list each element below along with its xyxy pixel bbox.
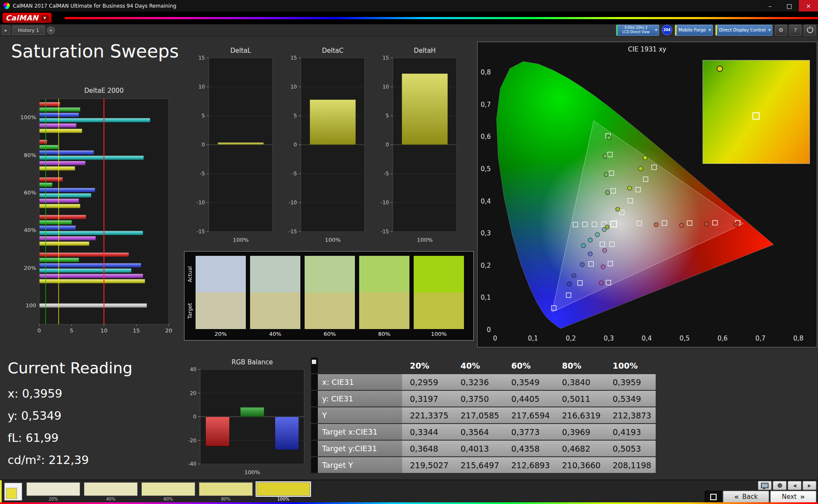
next-label: Next — [782, 493, 797, 501]
maximize-button[interactable]: □ — [780, 0, 799, 11]
minimize-button[interactable]: – — [760, 0, 780, 11]
patch-thumbnail[interactable]: 100% — [256, 482, 310, 501]
back-arrows-icon: « — [734, 493, 739, 501]
row-label: Target y:CIE31 — [318, 441, 402, 456]
tab-row: ▶ History 1 + X-Rite i1Pro 2 LCD Direct … — [0, 24, 818, 36]
svg-text:100%: 100% — [20, 114, 36, 120]
patch-thumbnail[interactable]: 60% — [141, 482, 195, 501]
actual-row-label: Actual — [187, 256, 193, 292]
table-cell: 0,5349 — [605, 391, 656, 407]
svg-text:5: 5 — [70, 327, 73, 334]
table-cell: 0,4405 — [504, 391, 554, 407]
svg-text:-40: -40 — [188, 461, 196, 467]
svg-text:100%: 100% — [417, 237, 432, 243]
meter-dropdown[interactable]: X-Rite i1Pro 2 LCD Direct View ▼ — [616, 25, 659, 36]
svg-text:0,2: 0,2 — [481, 262, 491, 269]
table-cell: 0,5011 — [554, 391, 605, 407]
display-preview-button[interactable] — [758, 481, 772, 490]
patch-label: 40% — [106, 497, 115, 501]
row-label: x: CIE31 — [318, 374, 402, 390]
meter-mode: LCD Direct View — [622, 30, 650, 34]
svg-text:0,7: 0,7 — [755, 335, 766, 342]
power-button[interactable] — [804, 25, 816, 36]
stop-button[interactable] — [705, 491, 722, 503]
rainbow-gradient-bar — [65, 17, 818, 19]
table-cell: 0,3549 — [504, 374, 554, 390]
svg-text:20: 20 — [190, 390, 196, 396]
target-swatch — [196, 292, 246, 329]
table-cell: 0,3564 — [453, 424, 504, 440]
previous-page-small-button[interactable]: ◀ — [788, 481, 801, 490]
patch-swatch — [199, 482, 253, 496]
back-button[interactable]: « Back — [723, 491, 769, 503]
column-header: 100% — [605, 358, 656, 373]
patch-swatch — [141, 482, 195, 496]
actual-swatch — [305, 256, 355, 292]
patch-thumbnail[interactable]: 20% — [26, 482, 80, 501]
patch-label: 80% — [221, 497, 230, 501]
swatch-panel: Actual Target 20%40%60%80%100% — [184, 251, 474, 341]
next-button[interactable]: Next » — [770, 491, 816, 503]
reading-x: x: 0,3959 — [8, 383, 132, 405]
row-strip — [311, 424, 318, 440]
meter-count-badge: 204 — [662, 25, 672, 35]
source-dropdown[interactable]: Mobile Forge ▼ — [675, 25, 713, 36]
row-strip — [311, 407, 318, 423]
table-cell: 0,5053 — [605, 441, 656, 456]
column-header: 20% — [402, 358, 453, 373]
table-cell: 0,3773 — [504, 424, 554, 440]
table-cell: 0,3236 — [453, 374, 504, 390]
svg-text:15: 15 — [383, 55, 389, 61]
svg-text:0: 0 — [37, 327, 41, 334]
calman-logo-menu[interactable]: CalMAN ▼ — [3, 13, 52, 23]
row-label: Target x:CIE31 — [318, 424, 402, 440]
svg-text:0,1: 0,1 — [481, 294, 491, 301]
row-label: Y — [318, 407, 402, 423]
meter-status-strip — [616, 25, 618, 35]
calman-window: CalMAN 2017 CalMAN Ultimate for Business… — [0, 0, 818, 504]
swatch-label: 20% — [196, 329, 246, 338]
svg-text:60%: 60% — [24, 189, 36, 196]
swatch-columns: 20%40%60%80%100% — [196, 256, 464, 338]
panel-toggle-button[interactable]: ▶ — [2, 26, 10, 35]
next-page-small-button[interactable]: ▶ — [803, 481, 816, 490]
svg-text:RGB Balance: RGB Balance — [232, 358, 273, 366]
inset-measured-marker — [717, 66, 723, 72]
close-button[interactable]: × — [799, 0, 818, 11]
label-column-header — [318, 358, 402, 373]
svg-text:-5: -5 — [292, 171, 297, 177]
table-cell: 0,3197 — [402, 391, 453, 407]
svg-text:100%: 100% — [233, 237, 248, 243]
swatch-label: 60% — [305, 329, 355, 338]
help-button[interactable]: ? — [789, 25, 801, 36]
table-cell: 0,2959 — [402, 374, 453, 390]
bottom-rainbow-bar — [0, 502, 818, 504]
svg-text:5: 5 — [386, 113, 389, 119]
capture-button[interactable] — [773, 481, 786, 490]
svg-text:15: 15 — [199, 55, 205, 61]
source-status-strip — [675, 25, 677, 35]
patch-window-button[interactable] — [4, 483, 22, 501]
chevron-down-icon: ▼ — [41, 15, 49, 21]
svg-text:100: 100 — [26, 302, 36, 309]
row-strip — [311, 374, 318, 390]
column-header: 80% — [554, 358, 605, 373]
table-cell: 210,3660 — [554, 457, 605, 473]
record-icon — [778, 483, 782, 488]
table-cell: 0,3344 — [402, 424, 453, 440]
add-tab-button[interactable]: + — [47, 26, 55, 34]
svg-text:100%: 100% — [325, 237, 340, 243]
current-reading-title: Current Reading — [8, 359, 132, 377]
tab-history-1[interactable]: History 1 — [12, 26, 45, 35]
gear-icon: ⚙ — [778, 27, 783, 33]
patch-thumbnail[interactable]: 40% — [84, 482, 138, 501]
back-label: Back — [742, 493, 758, 501]
patch-thumbnail[interactable]: 80% — [199, 482, 253, 501]
settings-button[interactable]: ⚙ — [775, 25, 787, 36]
target-swatch — [250, 292, 300, 329]
table-cell: 215,6497 — [453, 457, 504, 473]
table-cell: 0,3840 — [554, 374, 605, 390]
display-control-dropdown[interactable]: Direct Display Control ▼ — [715, 25, 772, 36]
svg-text:0,5: 0,5 — [680, 335, 690, 342]
svg-text:80%: 80% — [24, 152, 36, 158]
